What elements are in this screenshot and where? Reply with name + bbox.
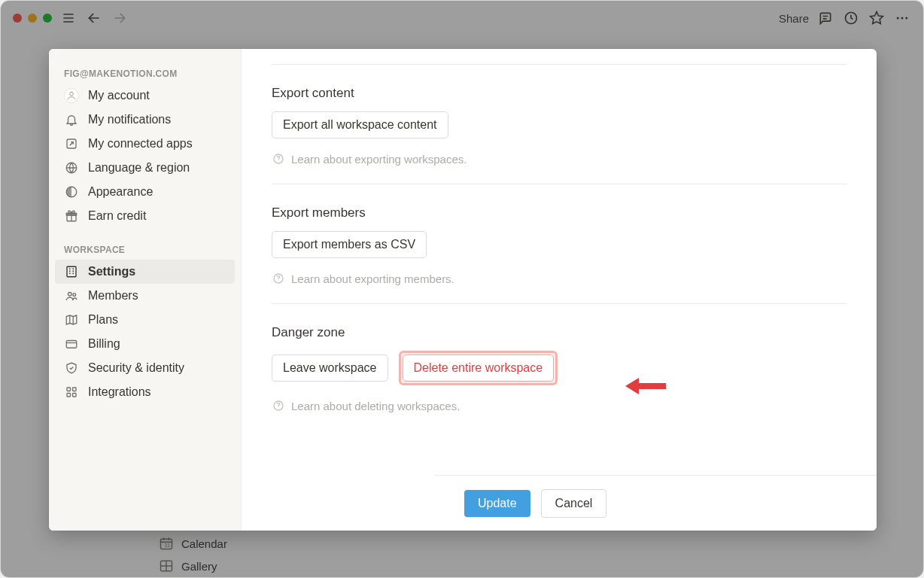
- share-button[interactable]: Share: [779, 12, 809, 25]
- sidebar-item-label: Earn credit: [88, 209, 146, 223]
- comments-icon[interactable]: [816, 9, 834, 27]
- help-link-delete-workspaces[interactable]: Learn about deleting workspaces.: [272, 399, 846, 412]
- sidebar-item-label: Appearance: [88, 185, 153, 199]
- export-all-content-button[interactable]: Export all workspace content: [272, 111, 448, 138]
- back-icon[interactable]: [85, 9, 103, 27]
- svg-rect-44: [73, 394, 77, 397]
- help-icon: [272, 399, 285, 412]
- sidebar-item-label: Billing: [88, 337, 120, 351]
- external-icon: [64, 136, 79, 151]
- help-icon: [272, 152, 285, 166]
- calendar-icon: 31: [159, 536, 174, 551]
- sidebar-item-label: Integrations: [88, 385, 151, 399]
- svg-rect-43: [67, 394, 71, 397]
- svg-marker-8: [871, 12, 883, 24]
- svg-marker-52: [625, 378, 639, 394]
- avatar-icon: [64, 88, 79, 103]
- forward-icon[interactable]: [111, 9, 129, 27]
- list-item-label: Calendar: [181, 537, 227, 550]
- sidebar-item-billing[interactable]: Billing: [55, 332, 235, 356]
- help-link-export-workspaces[interactable]: Learn about exporting workspaces.: [272, 152, 846, 166]
- callout-arrow-icon: [624, 375, 667, 397]
- svg-rect-27: [67, 266, 76, 277]
- sidebar-item-connected-apps[interactable]: My connected apps: [55, 132, 235, 156]
- modal-sidebar: FIG@MAKENOTION.COM My account My notific…: [49, 49, 242, 531]
- sidebar-item-label: Settings: [88, 265, 135, 278]
- list-item[interactable]: Gallery: [154, 555, 923, 577]
- cancel-button[interactable]: Cancel: [541, 489, 607, 518]
- people-icon: [64, 288, 79, 303]
- modal-footer: Update Cancel: [434, 475, 877, 531]
- globe-icon: [64, 160, 79, 175]
- modal-content: Export content Export all workspace cont…: [242, 49, 877, 531]
- appearance-icon: [64, 184, 79, 199]
- delete-workspace-highlight: Delete entire workspace: [399, 351, 558, 385]
- building-icon: [64, 264, 79, 279]
- help-icon: [272, 272, 285, 285]
- sidebar-item-plans[interactable]: Plans: [55, 308, 235, 332]
- sidebar-item-notifications[interactable]: My notifications: [55, 108, 235, 132]
- sidebar-item-security[interactable]: Security & identity: [55, 356, 235, 380]
- svg-point-35: [73, 294, 76, 297]
- more-icon[interactable]: [893, 9, 911, 27]
- list-item-label: Gallery: [181, 560, 217, 573]
- card-icon: [64, 336, 79, 351]
- sidebar-item-label: Members: [88, 289, 138, 303]
- favorite-icon[interactable]: [868, 9, 886, 27]
- svg-rect-41: [67, 388, 71, 391]
- svg-point-11: [905, 17, 907, 20]
- sidebar-item-label: Security & identity: [88, 361, 184, 375]
- update-button[interactable]: Update: [464, 490, 530, 517]
- delete-workspace-button[interactable]: Delete entire workspace: [403, 354, 555, 382]
- svg-marker-36: [66, 315, 77, 324]
- settings-modal: FIG@MAKENOTION.COM My account My notific…: [49, 49, 877, 531]
- help-label: Learn about exporting members.: [291, 272, 454, 285]
- gallery-icon: [159, 558, 174, 573]
- sidebar-item-label: My notifications: [88, 113, 171, 126]
- svg-rect-42: [73, 388, 77, 391]
- svg-point-20: [70, 92, 74, 96]
- sidebar-item-integrations[interactable]: Integrations: [55, 380, 235, 404]
- svg-point-9: [897, 17, 899, 20]
- sidebar-item-settings[interactable]: Settings: [55, 260, 235, 284]
- sidebar-item-language-region[interactable]: Language & region: [55, 156, 235, 180]
- map-icon: [64, 312, 79, 327]
- sidebar-item-label: My account: [88, 89, 150, 102]
- grid-icon: [64, 385, 79, 400]
- sidebar-item-label: My connected apps: [88, 137, 193, 151]
- sidebar-item-my-account[interactable]: My account: [55, 84, 235, 108]
- app-window: Share 31 Calendar Gallery: [0, 0, 924, 578]
- sidebar-item-appearance[interactable]: Appearance: [55, 180, 235, 204]
- minimize-window-icon[interactable]: [28, 14, 37, 23]
- sidebar-item-members[interactable]: Members: [55, 284, 235, 308]
- shield-icon: [64, 360, 79, 376]
- section-title-export-content: Export content: [272, 86, 846, 101]
- topbar: Share: [1, 1, 923, 35]
- window-controls: [13, 14, 52, 23]
- svg-point-10: [901, 17, 904, 20]
- svg-point-34: [68, 293, 72, 297]
- workspace-header: WORKSPACE: [55, 239, 235, 260]
- sidebar-item-label: Plans: [88, 313, 118, 327]
- section-title-export-members: Export members: [272, 205, 846, 221]
- sidebar-item-earn-credit[interactable]: Earn credit: [55, 204, 235, 228]
- help-link-export-members[interactable]: Learn about exporting members.: [272, 272, 846, 285]
- close-window-icon[interactable]: [13, 14, 22, 23]
- svg-rect-39: [66, 341, 77, 348]
- help-label: Learn about deleting workspaces.: [291, 400, 460, 412]
- section-title-danger-zone: Danger zone: [272, 325, 846, 340]
- updates-icon[interactable]: [842, 9, 860, 27]
- list-item[interactable]: 31 Calendar: [154, 532, 923, 555]
- account-email-header: FIG@MAKENOTION.COM: [55, 62, 235, 84]
- svg-text:31: 31: [165, 543, 171, 548]
- leave-workspace-button[interactable]: Leave workspace: [272, 354, 388, 382]
- menu-icon[interactable]: [59, 9, 78, 27]
- export-members-csv-button[interactable]: Export members as CSV: [272, 231, 427, 258]
- help-label: Learn about exporting workspaces.: [291, 153, 467, 166]
- sidebar-item-label: Language & region: [88, 161, 190, 175]
- gift-icon: [64, 208, 79, 224]
- zoom-window-icon[interactable]: [43, 14, 52, 23]
- bell-icon: [64, 112, 79, 127]
